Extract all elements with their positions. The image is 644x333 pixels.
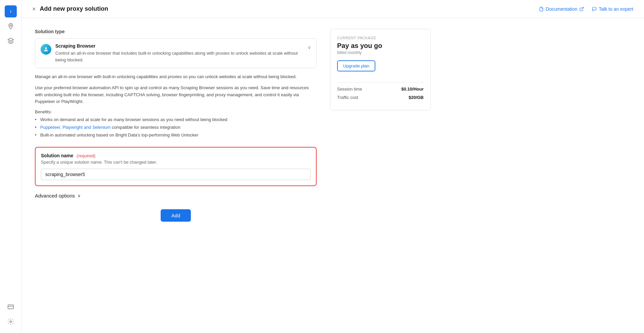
sidebar-icon-card[interactable] — [5, 301, 17, 313]
svg-text:i: i — [10, 9, 11, 13]
doc-icon — [539, 7, 544, 11]
solution-type-name: Scraping Browser — [55, 43, 304, 49]
external-link-icon — [579, 7, 584, 11]
traffic-cost-value: $20/GB — [409, 95, 424, 100]
divider — [337, 82, 424, 82]
benefit-link[interactable]: Puppeteer, Playwright and Selenium — [40, 125, 111, 130]
benefits-title: Benefits: — [35, 109, 317, 114]
package-name: Pay as you go — [337, 42, 424, 50]
benefits-list: Works on demand and at scale for as many… — [35, 116, 317, 138]
solution-type-card[interactable]: Scraping Browser Control an all-in-one b… — [35, 38, 317, 68]
sidebar-icon-settings[interactable] — [5, 316, 17, 328]
documentation-link[interactable]: Documentation — [539, 6, 584, 12]
sidebar: i — [0, 0, 21, 333]
left-panel: Solution type Scraping Browser Control a… — [35, 29, 317, 222]
benefit-item-2-suffix: compatible for seamless integration — [112, 125, 180, 130]
sidebar-icon-layers[interactable] — [5, 35, 17, 47]
right-panel: CURRENT PACKAGE Pay as you go billed mon… — [330, 29, 431, 222]
main-content: × Add new proxy solution Documentation — [21, 0, 644, 333]
package-billing: billed monthly — [337, 50, 424, 55]
solution-name-label: Solution name (required) — [41, 153, 311, 158]
svg-point-5 — [10, 321, 11, 323]
advanced-options-label: Advanced options — [35, 193, 75, 199]
upgrade-plan-button[interactable]: Upgrade plan — [337, 60, 375, 71]
session-time-row: Session time $0.10/Hour — [337, 87, 424, 92]
add-button-row: Add — [35, 209, 317, 222]
page-header: × Add new proxy solution Documentation — [21, 0, 644, 18]
chat-icon — [592, 7, 597, 11]
sidebar-icon-info[interactable]: i — [5, 5, 17, 17]
header-links: Documentation Talk to an expert — [539, 6, 633, 12]
solution-type-icon — [41, 44, 51, 55]
solution-info: Scraping Browser Control an all-in-one b… — [55, 43, 304, 63]
page-body: Solution type Scraping Browser Control a… — [21, 18, 458, 232]
benefit-item-1: Works on demand and at scale for as many… — [35, 116, 317, 123]
package-card: CURRENT PACKAGE Pay as you go billed mon… — [330, 29, 431, 110]
advanced-options-toggle[interactable]: Advanced options ∨ — [35, 193, 317, 199]
documentation-label: Documentation — [546, 6, 577, 12]
solution-chevron-icon: ∨ — [308, 45, 311, 50]
sidebar-icon-location[interactable] — [5, 20, 17, 32]
solution-name-hint: Specify a unique solution name. This can… — [41, 160, 311, 165]
solution-name-section: Solution name (required) Specify a uniqu… — [35, 147, 317, 186]
advanced-options-chevron-icon: ∨ — [77, 193, 81, 198]
traffic-cost-label: Traffic cost — [337, 95, 358, 100]
svg-rect-3 — [8, 305, 13, 309]
expert-label: Talk to an expert — [599, 6, 633, 12]
close-button[interactable]: × — [32, 6, 36, 12]
traffic-cost-row: Traffic cost $20/GB — [337, 95, 424, 100]
svg-point-7 — [45, 47, 47, 49]
solution-name-input[interactable] — [41, 169, 311, 180]
page-title: Add new proxy solution — [40, 5, 539, 12]
session-time-value: $0.10/Hour — [401, 87, 424, 92]
package-section-label: CURRENT PACKAGE — [337, 36, 424, 40]
sidebar-bottom — [5, 301, 17, 328]
solution-type-description: Control an all-in-one browser that inclu… — [55, 50, 304, 63]
session-time-label: Session time — [337, 87, 362, 92]
svg-line-6 — [581, 7, 583, 9]
description-para1: Manage an all-in-one browser with built-… — [35, 73, 317, 80]
description-para2: Use your preferred browser automation AP… — [35, 85, 317, 105]
required-badge: (required) — [76, 153, 95, 158]
solution-type-label: Solution type — [35, 29, 317, 34]
svg-point-2 — [10, 25, 11, 26]
benefit-item-2: Puppeteer, Playwright and Selenium compa… — [35, 124, 317, 131]
benefit-item-3: Built-in automated unlocking based on Br… — [35, 132, 317, 139]
add-button[interactable]: Add — [161, 209, 191, 222]
expert-link[interactable]: Talk to an expert — [592, 6, 633, 12]
